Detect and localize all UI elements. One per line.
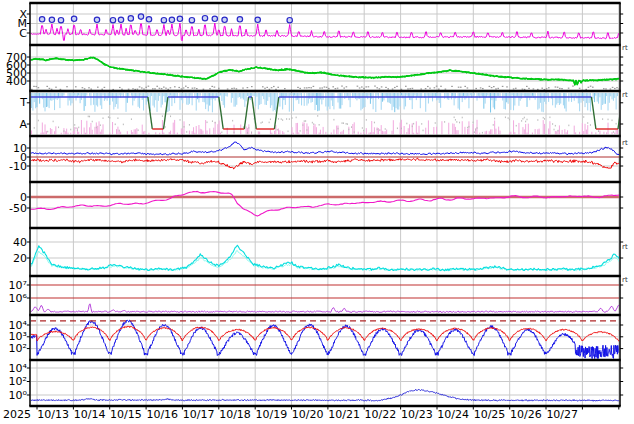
solar-activity-chart: XMC700600500400TA100-100-50402010⁷10⁶10⁴… [0,0,634,424]
ytick-label-proton: 10⁷ [0,280,27,291]
ytick-label-dst: -50 [0,203,27,214]
ytick-label-imf: A [0,119,27,130]
realtime-indicator-label: rt [622,244,628,251]
realtime-indicator-label: rt [622,92,628,99]
ytick-label-electron: 10⁴ [0,320,27,331]
plot-area [0,0,634,424]
realtime-indicator-label: rt [622,277,628,284]
ytick-label-xray: C [0,28,27,39]
ytick-label-flux: 400 [0,76,27,87]
ytick-label-imf: T [0,97,27,108]
ytick-label-density: 40 [0,237,27,248]
ytick-label-lowenergy: 10⁴ [0,363,27,374]
ytick-label-lowenergy: 10⁰ [0,390,27,401]
ytick-label-density: 20 [0,253,27,264]
realtime-indicator-label: rt [622,45,628,52]
ytick-label-electron: 10³ [0,331,27,342]
x-axis-year-label: 2025 [0,409,39,421]
ytick-label-proton: 10⁶ [0,293,27,304]
ytick-label-bz: -10 [0,161,27,172]
ytick-label-electron: 10² [0,343,27,354]
ytick-label-lowenergy: 10² [0,376,27,387]
x-axis-date-label: 10/27 [540,409,584,421]
realtime-indicator-label: rt [622,140,628,147]
ytick-label-dst: 0 [0,192,27,203]
